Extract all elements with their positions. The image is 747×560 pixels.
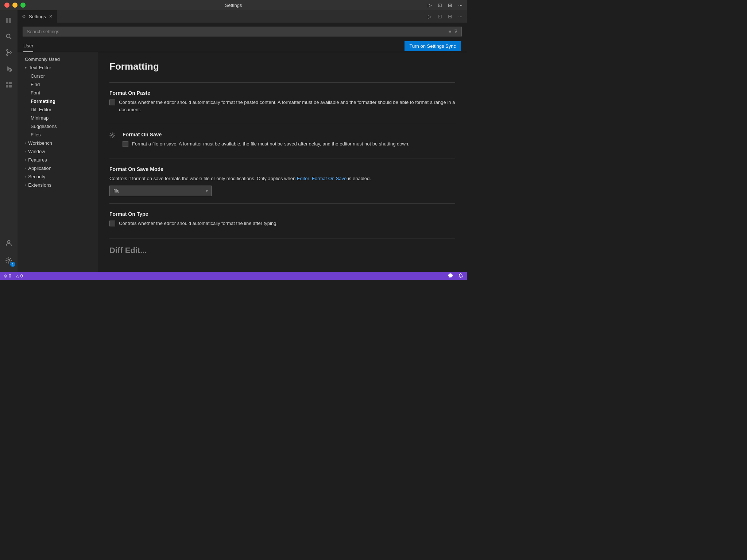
activity-bar-bottom: 1 <box>1 236 16 272</box>
svg-line-3 <box>10 38 12 39</box>
sidebar-item-text-editor[interactable]: ▾ Text Editor <box>18 63 98 72</box>
sidebar-item-suggestions[interactable]: Suggestions <box>18 122 98 131</box>
format-on-save-mode-title: Format On Save Mode <box>109 166 455 172</box>
sidebar-item-minimap[interactable]: Minimap <box>18 114 98 122</box>
chat-icon[interactable] <box>448 273 453 279</box>
settings-badge: 1 <box>10 262 15 267</box>
statusbar: ⊗ 0 △ 0 <box>0 272 467 280</box>
sidebar-item-files[interactable]: Files <box>18 131 98 139</box>
warning-icon: △ <box>16 273 19 279</box>
features-label: Features <box>28 157 47 163</box>
workbench-label: Workbench <box>28 140 52 146</box>
chevron-right-icon: › <box>25 149 26 153</box>
error-count: 0 <box>9 273 11 279</box>
tab-bar: ⚙ Settings ✕ ▷ ⊡ ⊞ ··· <box>18 10 467 23</box>
format-on-type-desc: Controls whether the editor should autom… <box>119 220 278 227</box>
format-on-paste-checkbox[interactable] <box>109 100 115 105</box>
tab-close-button[interactable]: ✕ <box>49 14 53 19</box>
titlebar: Settings ▷ ⊡ ⊞ ··· <box>0 0 467 10</box>
search-input[interactable] <box>27 29 448 34</box>
diff-editor-title-peek: Diff Edit... <box>109 246 455 255</box>
error-status[interactable]: ⊗ 0 △ 0 <box>4 273 23 279</box>
sync-button[interactable]: Turn on Settings Sync <box>405 41 461 51</box>
sidebar-item-extensions[interactable]: › Extensions <box>18 181 98 189</box>
sidebar-item-run[interactable] <box>1 61 16 76</box>
search-bar: ≡ ⊽ <box>23 27 462 36</box>
minimap-label: Minimap <box>31 115 49 121</box>
sidebar-item-source-control[interactable] <box>1 45 16 60</box>
settings-icon[interactable]: 1 <box>1 253 16 268</box>
split-editor-icon[interactable]: ⊞ <box>448 2 452 8</box>
open-in-editor-icon[interactable]: ⊡ <box>438 2 442 8</box>
sidebar-item-font[interactable]: Font <box>18 89 98 97</box>
sidebar-item-extensions[interactable] <box>1 77 16 92</box>
gear-icon[interactable] <box>109 132 117 140</box>
files-label: Files <box>31 132 40 137</box>
format-on-save-mode-select[interactable]: file modifications modificationsIfAvaila… <box>109 186 212 196</box>
format-on-save-link[interactable]: Editor: Format On Save <box>297 176 347 181</box>
minimize-button[interactable] <box>12 3 18 8</box>
cursor-label: Cursor <box>31 73 45 79</box>
format-on-type-checkbox[interactable] <box>109 221 115 226</box>
sidebar-item-diff-editor[interactable]: Diff Editor <box>18 105 98 114</box>
settings-main: Formatting Format On Paste Controls whet… <box>98 52 467 272</box>
more-actions-icon[interactable]: ··· <box>458 2 462 8</box>
sidebar-item-find[interactable]: Find <box>18 80 98 89</box>
svg-point-5 <box>7 54 8 55</box>
find-label: Find <box>31 82 40 87</box>
format-on-paste-content: Format On Paste Controls whether the edi… <box>109 90 455 117</box>
chevron-down-icon: ▾ <box>25 66 27 70</box>
sidebar-item-workbench[interactable]: › Workbench <box>18 139 98 147</box>
window-controls <box>4 3 26 8</box>
sidebar-item-explorer[interactable] <box>1 13 16 28</box>
format-on-save-mode-content: Format On Save Mode Controls if format o… <box>109 166 455 197</box>
formatting-label: Formatting <box>31 98 55 104</box>
chevron-right-icon: › <box>25 175 26 179</box>
sidebar-item-security[interactable]: › Security <box>18 172 98 181</box>
svg-point-17 <box>112 135 113 136</box>
activity-bar: 1 <box>0 10 18 272</box>
sidebar-item-features[interactable]: › Features <box>18 156 98 164</box>
open-settings-json-icon[interactable]: ▷ <box>428 13 432 19</box>
setting-format-on-paste: Format On Paste Controls whether the edi… <box>109 82 455 124</box>
sidebar-item-commonly-used[interactable]: Commonly Used <box>18 55 98 63</box>
diff-editor-section-peek: Diff Edit... <box>109 238 455 255</box>
security-label: Security <box>28 174 45 179</box>
page-title: Formatting <box>109 61 455 72</box>
setting-format-on-type: Format On Type Controls whether the edit… <box>109 203 455 238</box>
close-button[interactable] <box>4 3 9 8</box>
user-tab[interactable]: User <box>23 40 33 52</box>
split-settings-icon[interactable]: ⊞ <box>448 13 452 19</box>
statusbar-left: ⊗ 0 △ 0 <box>4 273 23 279</box>
svg-rect-0 <box>6 18 8 23</box>
format-on-save-checkbox[interactable] <box>123 141 128 147</box>
tab-actions: ▷ ⊡ ⊞ ··· <box>428 13 467 19</box>
format-on-save-title: Format On Save <box>123 132 455 137</box>
filter-list-icon[interactable]: ≡ <box>448 29 451 34</box>
notification-icon[interactable] <box>458 273 463 279</box>
svg-point-16 <box>8 260 10 261</box>
svg-rect-11 <box>6 82 8 84</box>
account-icon[interactable] <box>1 236 16 250</box>
sidebar-item-cursor[interactable]: Cursor <box>18 72 98 80</box>
chevron-right-icon: › <box>25 141 26 145</box>
settings-body: Commonly Used ▾ Text Editor Cursor Find <box>18 52 467 272</box>
filter-icon[interactable]: ⊽ <box>454 29 458 34</box>
error-icon: ⊗ <box>4 273 7 279</box>
maximize-button[interactable] <box>20 3 26 8</box>
diff-editor-label: Diff Editor <box>31 107 51 112</box>
sidebar-item-window[interactable]: › Window <box>18 147 98 156</box>
sidebar-item-search[interactable] <box>1 29 16 44</box>
run-icon[interactable]: ▷ <box>428 2 432 8</box>
open-remote-settings-icon[interactable]: ⊡ <box>438 13 442 19</box>
format-on-paste-title: Format On Paste <box>109 90 455 96</box>
sidebar-item-application[interactable]: › Application <box>18 164 98 172</box>
sidebar-item-formatting[interactable]: Formatting <box>18 97 98 105</box>
settings-sidebar: Commonly Used ▾ Text Editor Cursor Find <box>18 52 98 272</box>
format-on-save-row: Format a file on save. A formatter must … <box>123 140 455 151</box>
format-on-type-title: Format On Type <box>109 211 455 217</box>
more-tab-actions-icon[interactable]: ··· <box>458 13 462 19</box>
user-tab-row: User Turn on Settings Sync <box>18 40 467 52</box>
settings-tab[interactable]: ⚙ Settings ✕ <box>18 10 57 23</box>
app-container: 1 ⚙ Settings ✕ ▷ ⊡ ⊞ ··· <box>0 10 467 272</box>
